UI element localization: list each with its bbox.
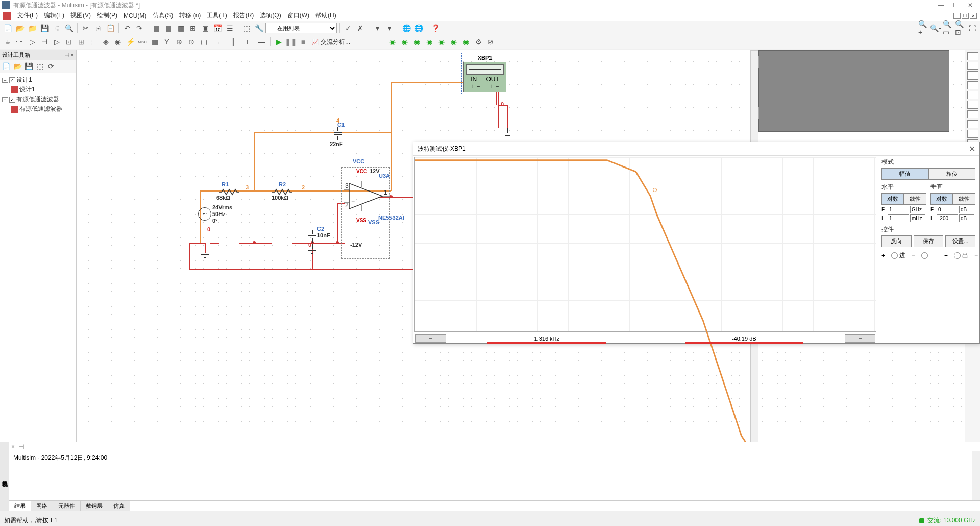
menu-mcu[interactable]: MCU(M) [120,11,150,20]
menu-help[interactable]: 帮助(H) [312,10,339,21]
panel-close-icon[interactable]: × [70,52,74,59]
probe7-icon[interactable]: ◉ [460,36,472,47]
expand-icon[interactable]: − [2,97,8,102]
vert-log-button[interactable]: 对数 [930,193,953,205]
misc-icon[interactable]: MISC [137,36,148,47]
console-tab-copper[interactable]: 敷铜层 [81,501,108,511]
hierarchy-icon[interactable]: ⌐ [215,36,226,47]
source-icon[interactable]: ⏚ [2,36,13,47]
capacitor-c2[interactable] [308,230,316,243]
instrument-wattmeter-icon[interactable] [967,71,978,80]
horiz-f-input[interactable] [888,206,909,213]
check2-icon[interactable]: ✗ [355,22,366,34]
probe8-icon[interactable]: ⚙ [473,36,484,47]
instrument-multimeter-icon[interactable] [967,52,978,60]
tree-open-icon[interactable]: 📂 [12,61,22,71]
pause-icon[interactable]: ❚❚ [285,36,297,47]
misc-digital-icon[interactable]: ⬚ [88,36,99,47]
mcu-icon[interactable]: ▢ [198,36,209,47]
in-use-list-select[interactable]: --- 在用列表 --- [265,23,337,33]
menu-reports[interactable]: 报告(R) [230,10,257,21]
spreadsheet-vtab[interactable]: 电子表格视图 [0,442,9,511]
probe3-icon[interactable]: ◉ [411,36,423,47]
cut-icon[interactable]: ✂ [80,22,91,34]
undo-icon[interactable]: ↶ [121,22,133,34]
instrument-bode-icon[interactable] [967,101,978,109]
reverse-button[interactable]: 反向 [881,235,912,247]
console-tab-sim[interactable]: 仿真 [108,501,130,511]
grid3-icon[interactable]: ▥ [175,22,186,34]
indicator-icon[interactable]: ◉ [112,36,124,47]
analog-icon[interactable]: ▷ [51,36,62,47]
dropdown2-icon[interactable]: ▾ [384,22,395,34]
dropdown1-icon[interactable]: ▾ [372,22,383,34]
checkbox-icon[interactable]: ✓ [9,77,15,83]
globe2-icon[interactable]: 🌐 [413,22,424,34]
wire-icon[interactable]: — [256,36,267,47]
tree-node-filter-doc[interactable]: 有源低通滤波器 [11,104,74,114]
in-plus-radio[interactable] [891,252,898,259]
console-close-icon[interactable]: × [11,443,15,450]
menu-place[interactable]: 绘制(P) [94,10,120,21]
connector-icon[interactable]: ⊙ [186,36,197,47]
diode-icon[interactable]: ▷ [27,36,38,47]
horiz-f-unit[interactable]: GHz [910,206,925,213]
horiz-i-unit[interactable]: mHz [910,214,925,222]
open-icon[interactable]: 📂 [14,22,26,34]
fullscreen-icon[interactable]: ⛶ [967,22,978,34]
help-icon[interactable]: ❓ [430,22,441,34]
zoom-fit-icon[interactable]: 🔍⊡ [954,22,966,34]
menu-view[interactable]: 视图(V) [67,10,94,21]
menu-file[interactable]: 文件(E) [14,10,41,21]
calendar-icon[interactable]: 📅 [212,22,223,34]
basic-icon[interactable]: 〰 [14,36,26,47]
vert-f-unit[interactable]: dB [959,206,974,213]
mdi-minimize-icon[interactable]: _ [953,13,961,19]
run-icon[interactable]: ▶ [273,36,284,47]
power-icon[interactable]: ⚡ [125,36,136,47]
expand-icon[interactable]: − [2,78,8,83]
instrument-logic-icon[interactable] [967,130,978,138]
rf-icon[interactable]: Y [161,36,173,47]
bode-plotter-xbp1[interactable]: XBP1 INOUT + −+ − [461,53,508,94]
probe6-icon[interactable]: ◉ [448,36,459,47]
cmos-icon[interactable]: ⊞ [76,36,87,47]
bode-canvas[interactable] [414,157,876,332]
grid5-icon[interactable]: ▣ [200,22,211,34]
analysis-label[interactable]: 📈 交流分析... [310,38,352,46]
grid4-icon[interactable]: ⊞ [187,22,199,34]
instrument-funcgen-icon[interactable] [967,62,978,70]
mixed-icon[interactable]: ◈ [100,36,111,47]
console-pin-icon[interactable]: ⊣ [19,443,24,450]
probe5-icon[interactable]: ◉ [436,36,447,47]
save-button[interactable]: 保存 [914,235,944,247]
bode-title-bar[interactable]: 波特测试仪-XBP1 ✕ [413,142,979,156]
vert-i-unit[interactable]: dB [959,214,974,222]
list-icon[interactable]: ☰ [224,22,235,34]
junction-icon[interactable]: ⊢ [244,36,255,47]
menu-simulate[interactable]: 仿真(S) [150,10,176,21]
maximize-icon[interactable]: ☐ [953,2,959,9]
tree-new-icon[interactable]: 📄 [1,61,11,71]
menu-window[interactable]: 窗口(W) [284,10,312,21]
probe1-icon[interactable]: ◉ [387,36,398,47]
ttl-icon[interactable]: ⊡ [63,36,75,47]
console-tab-components[interactable]: 元器件 [53,501,81,511]
out-plus-radio[interactable] [954,252,961,259]
tool-icon[interactable]: 🔧 [253,22,264,34]
console-vscroll[interactable] [972,451,980,500]
design-tree[interactable]: − ✓ 设计1 设计1 − ✓ 有源低通滤波器 有源低通滤波器 [0,73,76,490]
mdi-restore-icon[interactable]: ❐ [962,13,969,19]
stop-icon[interactable]: ■ [298,36,309,47]
set-button[interactable]: 设置... [945,235,975,247]
grid2-icon[interactable]: ▤ [163,22,174,34]
vert-f-input[interactable] [937,206,958,213]
instrument-wordgen-icon[interactable] [967,120,978,128]
bode-cursor[interactable] [655,157,655,331]
zoom-in-icon[interactable]: 🔍+ [918,22,929,34]
tree-up-icon[interactable]: ⬚ [35,61,45,71]
copy-icon[interactable]: ⎘ [92,22,104,34]
minimize-icon[interactable]: — [938,2,944,9]
zoom-area-icon[interactable]: 🔍▭ [942,22,953,34]
horiz-lin-button[interactable]: 线性 [904,193,926,205]
